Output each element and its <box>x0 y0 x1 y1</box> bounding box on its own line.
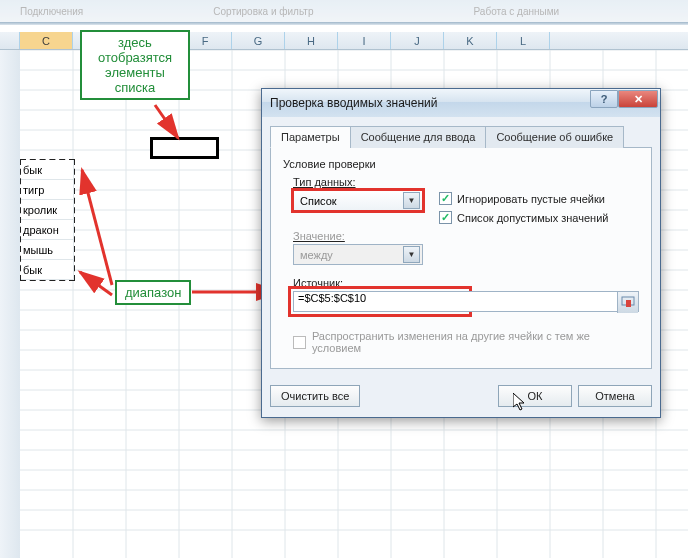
source-input[interactable]: =$C$5:$C$10 <box>293 291 639 312</box>
cursor-icon <box>513 393 529 413</box>
source-input-value: =$C$5:$C$10 <box>298 292 366 304</box>
cell-c5[interactable]: бык <box>21 160 74 180</box>
dialog-tabs: Параметры Сообщение для ввода Сообщение … <box>270 125 652 148</box>
col-header-c[interactable]: C <box>20 32 73 49</box>
close-button[interactable]: ✕ <box>618 90 658 108</box>
col-header-h[interactable]: H <box>285 32 338 49</box>
callout-list-appears: здесь отобразятся элементы списка <box>80 30 190 100</box>
apply-all-checkbox: Распространить изменения на другие ячейк… <box>293 330 639 354</box>
help-button[interactable]: ? <box>590 90 618 108</box>
data-validation-dialog: Проверка вводимых значений ? ✕ Параметры… <box>261 88 661 418</box>
chevron-down-icon: ▼ <box>403 246 420 263</box>
clear-all-button[interactable]: Очистить все <box>270 385 360 407</box>
cell-c8[interactable]: дракон <box>21 220 74 240</box>
type-select[interactable]: Список ▼ <box>293 190 423 211</box>
row-headers <box>0 50 20 558</box>
ribbon-data: Работа с данными <box>474 6 560 17</box>
allowed-list-checkbox[interactable]: ✓ Список допустимых значений <box>439 211 608 224</box>
value-select: между ▼ <box>293 244 423 265</box>
source-label: Источник: <box>293 277 639 289</box>
type-select-value: Список <box>300 195 337 207</box>
ribbon-sort: Сортировка и фильтр <box>213 6 313 17</box>
check-icon: ✓ <box>439 192 452 205</box>
condition-label: Условие проверки <box>283 158 639 170</box>
tab-input-message[interactable]: Сообщение для ввода <box>350 126 487 148</box>
ribbon-blurred: Подключения Сортировка и фильтр Работа с… <box>0 0 688 22</box>
cell-c9[interactable]: мышь <box>21 240 74 260</box>
range-picker-button[interactable] <box>617 292 638 313</box>
tab-error-message[interactable]: Сообщение об ошибке <box>485 126 624 148</box>
value-select-value: между <box>300 249 333 261</box>
cell-c7[interactable]: кролик <box>21 200 74 220</box>
dialog-title: Проверка вводимых значений <box>270 96 438 110</box>
ignore-blank-checkbox[interactable]: ✓ Игнорировать пустые ячейки <box>439 192 608 205</box>
col-header-g[interactable]: G <box>232 32 285 49</box>
cell-c6[interactable]: тигр <box>21 180 74 200</box>
dialog-titlebar[interactable]: Проверка вводимых значений ? ✕ <box>262 89 660 117</box>
ribbon-connections: Подключения <box>20 6 83 17</box>
active-cell[interactable] <box>150 137 219 159</box>
svg-rect-5 <box>626 300 631 307</box>
range-picker-icon <box>621 296 635 310</box>
callout-range: диапазон <box>115 280 191 305</box>
checkbox-empty-icon <box>293 336 306 349</box>
col-header-k[interactable]: K <box>444 32 497 49</box>
value-label: Значение: <box>293 230 639 242</box>
col-header-j[interactable]: J <box>391 32 444 49</box>
tab-panel-parameters: Условие проверки Тип данных: Список ▼ ✓ … <box>270 148 652 369</box>
close-icon: ✕ <box>634 93 643 106</box>
check-icon: ✓ <box>439 211 452 224</box>
col-header-i[interactable]: I <box>338 32 391 49</box>
cell-c10[interactable]: бык <box>21 260 74 280</box>
chevron-down-icon: ▼ <box>403 192 420 209</box>
col-header-l[interactable]: L <box>497 32 550 49</box>
type-label: Тип данных: <box>293 176 639 188</box>
tab-parameters[interactable]: Параметры <box>270 126 351 148</box>
cancel-button[interactable]: Отмена <box>578 385 652 407</box>
ok-button[interactable]: ОК <box>498 385 572 407</box>
